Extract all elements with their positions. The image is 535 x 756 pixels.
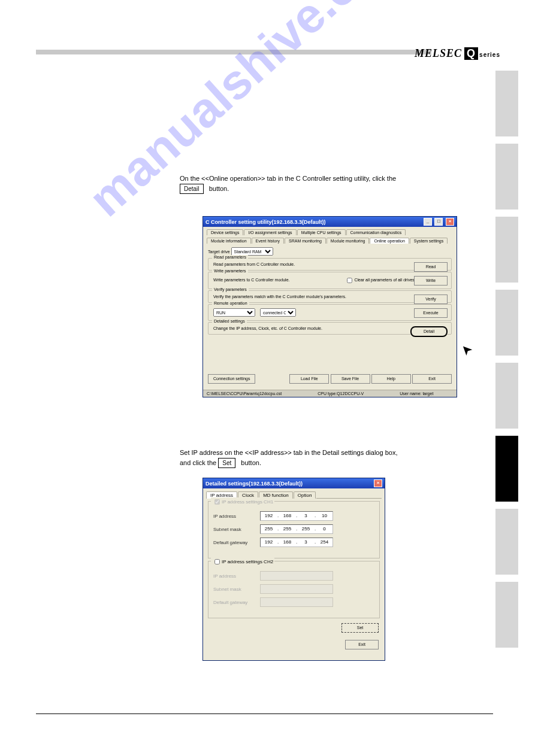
- status-bar: C:\MELSEC\CCPU\Param\q12dccpu.cst CPU ty…: [203, 390, 457, 397]
- step-mid-line2: and click the: [180, 459, 216, 466]
- target-drive-select[interactable]: Standard RAM: [231, 247, 273, 256]
- tab-multiple-cpu[interactable]: Multiple CPU settings: [297, 229, 346, 235]
- ch1-ip-row: IP address 192.168.3.10: [213, 511, 374, 521]
- brand-q-box: Q: [464, 47, 478, 60]
- write-group-legend: Write parameters: [212, 269, 248, 273]
- ch2-ip-row: IP address: [213, 571, 374, 581]
- status-user: User name: target: [400, 391, 433, 396]
- write-button[interactable]: Write: [414, 276, 448, 286]
- set-button-ref: Set: [218, 458, 235, 468]
- ch1-ip-field[interactable]: 192.168.3.10: [260, 511, 333, 521]
- tab-sram-monitoring[interactable]: SRAM monitoring: [285, 238, 326, 244]
- ch2-checkbox[interactable]: [214, 559, 220, 564]
- detail-group-legend: Detailed settings: [212, 319, 247, 323]
- callout-arrow-icon: ➤: [457, 341, 476, 359]
- save-file-button[interactable]: Save File: [331, 374, 370, 384]
- step-top-line1: On the <<Online operation>> tab in the C…: [180, 175, 396, 182]
- ch2-mask-row: Subnet mask: [213, 584, 374, 594]
- tab-module-info[interactable]: Module information: [207, 238, 251, 244]
- step-mid-line1: Set IP address on the <<IP address>> tab…: [180, 449, 397, 456]
- remote-operation-group: Remote operation RUN connected CPU Execu…: [208, 304, 452, 321]
- side-tab-2[interactable]: [495, 144, 518, 210]
- tab-io-assignment[interactable]: I/O assignment settings: [244, 229, 296, 235]
- tab-device-settings[interactable]: Device settings: [207, 229, 243, 235]
- ch2-gw-label: Default gateway: [213, 600, 260, 605]
- brand-logo: MELSECQseries: [415, 47, 500, 60]
- close-icon-win2[interactable]: ×: [374, 479, 382, 487]
- write-parameters-group: Write parameters Write parameters to C C…: [208, 272, 452, 289]
- verify-button[interactable]: Verify: [414, 294, 448, 304]
- tabs-row-1: Device settings I/O assignment settings …: [207, 229, 453, 235]
- verify-group-legend: Verify parameters: [212, 287, 249, 292]
- clear-all-checkbox[interactable]: [347, 278, 352, 283]
- step-mid-tail: button.: [241, 459, 261, 466]
- execute-button[interactable]: Execute: [414, 308, 448, 318]
- tab-comm-diag[interactable]: Communication diagnostics: [346, 229, 406, 235]
- exit-button-win2[interactable]: Exit: [345, 640, 379, 649]
- ch1-gw-field[interactable]: 192.168.3.254: [260, 538, 333, 547]
- brand-series: series: [479, 51, 500, 58]
- bottom-button-bar: Connection settings Load File Save File …: [203, 372, 457, 386]
- side-tab-7[interactable]: [495, 509, 518, 575]
- title-win2: Detailed settings(192.168.3.3(Default)): [205, 481, 303, 487]
- ch1-mask-row: Subnet mask 255.255.255.0: [213, 524, 374, 534]
- connection-settings-button[interactable]: Connection settings: [208, 374, 255, 384]
- exit-button-row: Exit: [203, 640, 379, 649]
- side-tab-6-active[interactable]: [495, 436, 518, 502]
- ip-ch2-group: IP address settings CH2 IP address Subne…: [208, 561, 380, 618]
- remote-cpu-select[interactable]: connected CPU: [260, 308, 296, 317]
- read-desc: Read parameters from C Controller module…: [213, 262, 295, 266]
- close-icon[interactable]: ×: [446, 218, 454, 226]
- tab-online-operation[interactable]: Online operation: [370, 238, 409, 244]
- side-tab-8[interactable]: [495, 582, 518, 648]
- header-gray-bar: [36, 50, 431, 54]
- ch1-gw-row: Default gateway 192.168.3.254: [213, 538, 374, 547]
- ch1-mask-label: Subnet mask: [213, 527, 260, 532]
- c-controller-setting-utility-window: C Controller setting utility(192.168.3.3…: [202, 216, 457, 397]
- ch2-ip-label: IP address: [213, 573, 260, 579]
- ch1-mask-field[interactable]: 255.255.255.0: [260, 524, 333, 534]
- tab-system-settings[interactable]: System settings: [410, 238, 448, 244]
- step-top-tail: button.: [209, 185, 229, 192]
- ch1-checkbox: [214, 499, 220, 505]
- step-top-text: On the <<Online operation>> tab in the C…: [180, 174, 396, 194]
- read-button[interactable]: Read: [414, 262, 448, 272]
- target-drive-row: Target drive Standard RAM: [208, 247, 452, 256]
- set-button-row: Set: [203, 623, 379, 633]
- exit-button[interactable]: Exit: [412, 374, 452, 384]
- remote-mode-select[interactable]: RUN: [213, 308, 255, 317]
- ch2-gw-row: Default gateway: [213, 597, 374, 607]
- detailed-settings-dialog: Detailed settings(192.168.3.3(Default)) …: [202, 478, 385, 661]
- step-mid-text: Set IP address on the <<IP address>> tab…: [180, 448, 397, 468]
- tab-option[interactable]: Option: [294, 491, 316, 499]
- titlebar-buttons: _ □ ×: [422, 218, 454, 226]
- side-tab-5[interactable]: [495, 363, 518, 429]
- ch2-legend: IP address settings CH2: [211, 557, 274, 566]
- detail-button[interactable]: Detail: [410, 326, 448, 337]
- ch1-gw-label: Default gateway: [213, 540, 260, 545]
- write-desc: Write parameters to C Controller module.: [213, 278, 289, 282]
- status-path: C:\MELSEC\CCPU\Param\q12dccpu.cst: [207, 391, 282, 396]
- titlebar-win2: Detailed settings(192.168.3.3(Default)) …: [203, 478, 385, 488]
- minimize-icon[interactable]: _: [424, 218, 432, 226]
- read-group-legend: Read parameters: [212, 255, 248, 259]
- brand-prefix: MELSEC: [415, 47, 462, 59]
- side-tab-3[interactable]: [495, 217, 518, 283]
- remote-group-legend: Remote operation: [212, 301, 249, 305]
- tabs-row-2: Module information Event history SRAM mo…: [207, 238, 453, 244]
- detail-button-ref: Detail: [180, 184, 204, 194]
- help-button[interactable]: Help: [371, 374, 411, 384]
- ch2-mask-field: [260, 584, 333, 594]
- detail-desc: Change the IP address, Clock, etc. of C …: [213, 326, 322, 330]
- tab-module-monitoring[interactable]: Module monitoring: [327, 238, 370, 244]
- ip-ch1-group: IP address settings CH1 IP address 192.1…: [208, 501, 380, 558]
- maximize-icon[interactable]: □: [434, 218, 443, 226]
- set-button[interactable]: Set: [341, 623, 379, 633]
- load-file-button[interactable]: Load File: [289, 374, 329, 384]
- ch1-ip-label: IP address: [213, 514, 260, 519]
- tab-event-history[interactable]: Event history: [252, 238, 284, 244]
- side-tab-1[interactable]: [495, 71, 518, 136]
- side-tab-4[interactable]: [495, 290, 518, 356]
- detailed-settings-group: Detailed settings Change the IP address,…: [208, 322, 452, 335]
- ch1-legend: IP address settings CH1: [211, 497, 274, 506]
